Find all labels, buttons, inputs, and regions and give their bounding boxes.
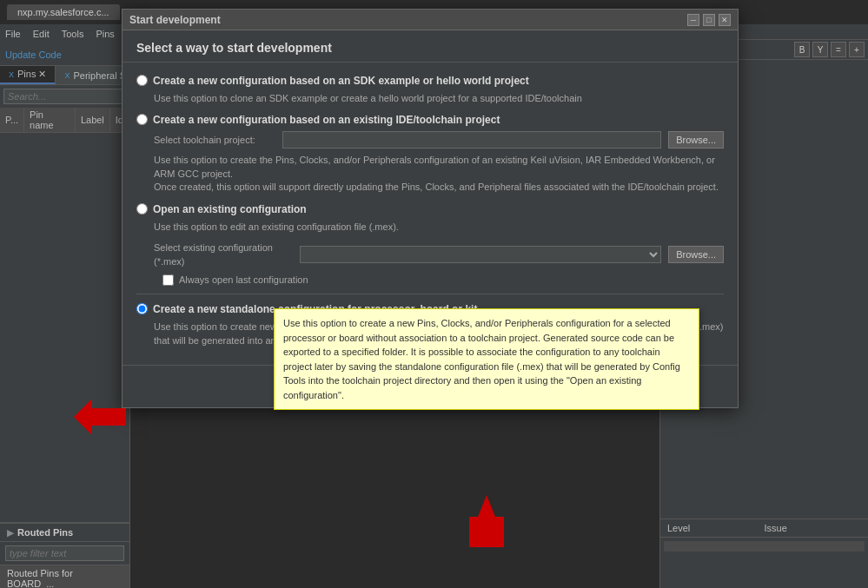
modal-titlebar-buttons: ─ □ ✕	[687, 14, 731, 26]
menu-tools[interactable]: Tools	[62, 29, 84, 39]
tooltip-box: Use this option to create a new Pins, Cl…	[274, 308, 699, 410]
left-sidebar: P... Pin name Label Id ▶ Routed Pins	[0, 85, 130, 588]
menu-file[interactable]: File	[5, 29, 21, 39]
modal-heading: Select a way to start development	[123, 30, 738, 63]
option-4-radio[interactable]	[136, 303, 148, 314]
right-panel-bottom: Level Issue	[660, 519, 868, 588]
always-open-last-row: Always open last configuration	[162, 273, 724, 287]
option-2-label[interactable]: Create a new configuration based on an e…	[153, 112, 500, 128]
routed-pins-filter-input[interactable]	[5, 545, 124, 561]
browser-tab[interactable]: nxp.my.salesforce.c...	[7, 4, 120, 20]
routed-pins-section: ▶ Routed Pins Routed Pins for BOARD_... …	[0, 522, 129, 588]
option-1-label[interactable]: Create a new configuration based on an S…	[153, 73, 529, 89]
option-1-desc: Use this option to clone an SDK example …	[154, 92, 724, 105]
pin-table: P... Pin name Label Id	[0, 108, 129, 133]
toolbar-eq-icon[interactable]: =	[831, 42, 846, 57]
arrow-left-indicator	[74, 400, 126, 437]
existing-config-row: Select existing configuration (*.mex) Br…	[154, 241, 724, 269]
always-open-label[interactable]: Always open last configuration	[179, 273, 308, 287]
search-input[interactable]	[3, 89, 126, 104]
routed-pins-title: ▶ Routed Pins	[0, 524, 129, 542]
col-label: Label	[75, 108, 109, 133]
menu-pins[interactable]: Pins	[96, 29, 114, 39]
toolchain-label: Select toolchain project:	[154, 133, 275, 148]
toolchain-input[interactable]	[282, 131, 661, 149]
routed-pins-board: Routed Pins for BOARD_...	[0, 565, 129, 588]
existing-config-browse-btn[interactable]: Browse...	[668, 246, 724, 263]
arrow-up-indicator	[469, 495, 504, 550]
col-issue: Issue	[765, 523, 862, 533]
option-2-desc: Use this option to create the Pins, Cloc…	[154, 154, 724, 194]
update-code-btn[interactable]: Update Code	[5, 50, 62, 60]
always-open-checkbox[interactable]	[162, 274, 174, 286]
toolbar-b-icon[interactable]: B	[794, 42, 810, 57]
menu-edit[interactable]: Edit	[33, 29, 50, 39]
toolbar-y-icon[interactable]: Y	[812, 42, 828, 57]
toolbar-plus-icon[interactable]: +	[849, 42, 865, 57]
toolchain-browse-btn[interactable]: Browse...	[668, 131, 724, 149]
option-1-row: Create a new configuration based on an S…	[136, 73, 724, 89]
modal-title-text: Start development	[129, 14, 221, 26]
modal-minimize-btn[interactable]: ─	[687, 14, 699, 26]
option-2-radio[interactable]	[136, 114, 148, 125]
modal-close-btn[interactable]: ✕	[719, 14, 731, 26]
pin-list-area: P... Pin name Label Id	[0, 108, 129, 522]
col-pin-name: Pin name	[24, 108, 76, 133]
tab-pins[interactable]: X Pins ✕	[0, 66, 56, 84]
option-1-radio[interactable]	[136, 75, 148, 86]
col-level: Level	[667, 523, 765, 533]
svg-marker-0	[74, 400, 126, 434]
existing-config-label: Select existing configuration (*.mex)	[154, 241, 293, 269]
option-2-row: Create a new configuration based on an e…	[136, 112, 724, 128]
ide-background: nxp.my.salesforce.c... File Edit Tools P…	[0, 0, 868, 588]
svg-marker-1	[469, 495, 504, 547]
option-3-row: Open an existing configuration	[136, 202, 724, 217]
modal-titlebar: Start development ─ □ ✕	[123, 10, 738, 30]
routed-pins-filter	[0, 542, 129, 565]
option-3-desc: Use this option to edit an existing conf…	[154, 221, 724, 234]
horizontal-scrollbar[interactable]	[664, 541, 865, 552]
modal-maximize-btn[interactable]: □	[703, 14, 715, 26]
existing-config-select[interactable]	[300, 246, 661, 263]
option-3-radio[interactable]	[136, 203, 148, 215]
option-3-label[interactable]: Open an existing configuration	[153, 202, 307, 217]
col-p: P...	[0, 108, 24, 133]
toolchain-row: Select toolchain project: Browse...	[154, 131, 724, 149]
bottom-columns: Level Issue	[660, 519, 868, 538]
